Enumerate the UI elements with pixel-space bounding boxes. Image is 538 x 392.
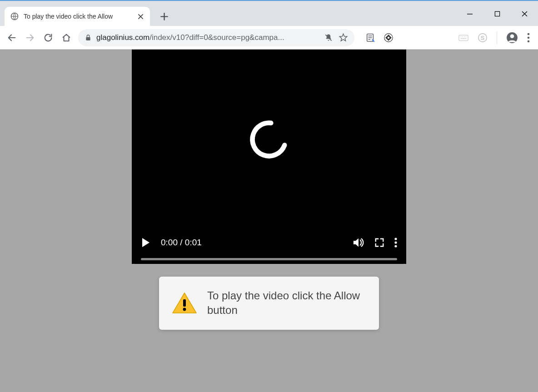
- new-tab-button[interactable]: [157, 10, 171, 23]
- svg-point-19: [183, 308, 186, 311]
- extension-icons: [365, 33, 394, 43]
- minimize-button[interactable]: [456, 5, 483, 23]
- bookmark-star-icon[interactable]: [339, 33, 348, 42]
- svg-point-14: [248, 118, 290, 161]
- notification-blocked-icon[interactable]: [324, 33, 333, 42]
- play-button[interactable]: [141, 237, 151, 248]
- loading-spinner-icon: [247, 118, 291, 161]
- video-player[interactable]: 0:00 / 0:01: [132, 50, 406, 264]
- globe-icon: [10, 12, 19, 21]
- svg-point-15: [394, 238, 397, 240]
- video-menu-button[interactable]: [394, 237, 397, 248]
- prompt-message: To play the video click the Allow button: [207, 288, 366, 318]
- volume-button[interactable]: [353, 237, 364, 248]
- svg-point-13: [528, 40, 530, 42]
- url-domain: glagolinius.com: [96, 33, 149, 42]
- browser-menu-icon[interactable]: [527, 33, 530, 43]
- warning-icon: [172, 292, 196, 314]
- svg-rect-1: [495, 11, 499, 16]
- video-controls: 0:00 / 0:01: [132, 231, 406, 264]
- svg-point-17: [394, 245, 397, 247]
- maximize-button[interactable]: [483, 5, 511, 23]
- allow-prompt-card: To play the video click the Allow button: [159, 277, 379, 330]
- fullscreen-button[interactable]: [374, 238, 384, 248]
- profile-avatar-icon[interactable]: [506, 32, 518, 44]
- current-time: 0:00: [161, 238, 178, 247]
- browser-tab[interactable]: To play the video click the Allow: [5, 7, 150, 26]
- back-button[interactable]: [3, 29, 21, 47]
- url-path: /index/v10?diff=0&source=pg&campa...: [149, 33, 284, 42]
- lock-icon: [85, 34, 92, 41]
- total-time: 0:01: [185, 238, 202, 247]
- svg-rect-18: [183, 299, 186, 307]
- extension-s-icon[interactable]: S: [478, 33, 488, 43]
- extension-diamond-icon[interactable]: [384, 33, 394, 43]
- extension-doc-icon[interactable]: [365, 33, 375, 43]
- titlebar: To play the video click the Allow: [0, 0, 538, 26]
- svg-text:S: S: [481, 34, 485, 41]
- svg-point-5: [388, 36, 390, 39]
- window-close-button[interactable]: [511, 5, 538, 23]
- tab-close-button[interactable]: [136, 12, 144, 20]
- svg-point-10: [510, 34, 514, 38]
- video-progress-bar[interactable]: [141, 258, 397, 260]
- svg-point-11: [528, 33, 530, 35]
- address-bar-row: glagolinius.com/index/v10?diff=0&source=…: [0, 26, 538, 50]
- tab-title: To play the video click the Allow: [24, 13, 136, 20]
- svg-rect-2: [86, 37, 90, 40]
- window-controls: [456, 1, 538, 27]
- toolbar-right: S: [458, 31, 535, 44]
- extension-keyboard-icon[interactable]: [458, 34, 468, 42]
- svg-rect-6: [459, 35, 468, 40]
- divider: [497, 31, 497, 44]
- reload-button[interactable]: [39, 29, 57, 47]
- forward-button[interactable]: [21, 29, 39, 47]
- url-text: glagolinius.com/index/v10?diff=0&source=…: [96, 33, 319, 42]
- url-omnibox[interactable]: glagolinius.com/index/v10?diff=0&source=…: [78, 29, 354, 46]
- svg-point-16: [394, 241, 397, 243]
- page-content: 0:00 / 0:01 To: [0, 50, 538, 392]
- svg-point-12: [528, 36, 530, 39]
- home-button[interactable]: [57, 29, 75, 47]
- video-time: 0:00 / 0:01: [161, 238, 202, 248]
